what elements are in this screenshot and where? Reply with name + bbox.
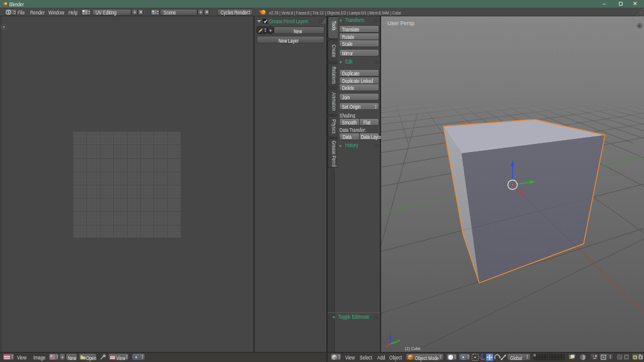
svg-text:User Persp: User Persp [387, 20, 414, 26]
svg-text:(1) Cube: (1) Cube [405, 345, 421, 351]
svg-text:z: z [389, 331, 391, 334]
